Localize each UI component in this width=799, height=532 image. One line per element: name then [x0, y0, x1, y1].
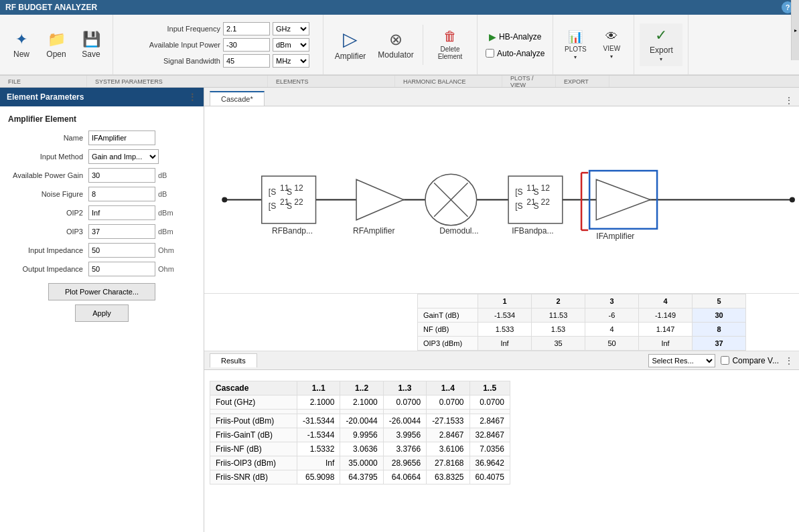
amplifier-button[interactable]: ▷ Amplifier — [329, 23, 372, 66]
svg-point-1 — [222, 197, 227, 202]
svg-text:IFAmplifier: IFAmplifier — [596, 232, 634, 241]
new-button[interactable]: ✦ New — [5, 25, 38, 65]
title-bar: RF BUDGET ANALYZER ? — [0, 0, 799, 15]
oip2-row: OIP2 dBm — [8, 205, 196, 220]
friis-oip3-row: Friis-OIP3 (dBm) Inf 35.0000 28.9656 27.… — [210, 456, 510, 470]
input-frequency-row: Input Frequency GHzMHz — [127, 22, 309, 35]
signal-bandwidth-row: Signal Bandwidth MHzGHz — [127, 54, 309, 68]
file-label: FILE — [0, 76, 87, 87]
friis-snr-row: Friis-SNR (dB) 65.9098 64.3795 64.0664 6… — [210, 470, 510, 484]
svg-text:RFBandp...: RFBandp... — [272, 226, 313, 236]
export-section: ✓ Export ▾ — [634, 15, 688, 74]
schematic-area: [S 11 S 12 [S 21 S 22 RFBandp... RFAmpli… — [204, 106, 799, 294]
nf-row: NF (dB) 1.533 1.53 4 1.147 8 — [418, 323, 746, 337]
plots-label: PLOTS / VIEW — [502, 76, 556, 87]
input-impedance-input[interactable] — [88, 243, 155, 258]
input-frequency-unit-select[interactable]: GHzMHz — [273, 22, 309, 35]
element-params-menu[interactable]: ⋮ — [188, 92, 197, 102]
delete-element-button[interactable]: 🗑 DeleteElement — [429, 23, 471, 66]
export-button[interactable]: ✓ Export ▾ — [640, 23, 682, 66]
open-button[interactable]: 📁 Open — [40, 25, 72, 65]
noise-figure-row: Noise Figure dB — [8, 187, 196, 201]
input-impedance-row: Input Impedance Ohm — [8, 243, 196, 258]
element-params-content: Amplifier Element Name Input Method Gain… — [0, 106, 204, 532]
view-icon: 👁 — [605, 29, 618, 43]
output-impedance-input[interactable] — [88, 262, 155, 276]
available-power-input[interactable] — [223, 38, 270, 52]
svg-text:[S: [S — [269, 187, 276, 197]
left-panel: Element Parameters ⋮ Amplifier Element N… — [0, 88, 204, 532]
svg-text:12: 12 — [294, 183, 303, 193]
avail-power-gain-row: Available Power Gain dB — [8, 168, 196, 183]
results-menu[interactable]: ⋮ — [784, 355, 794, 366]
compare-v-label: Compare V... — [721, 356, 779, 365]
svg-text:S: S — [287, 187, 292, 197]
amplifier-element-title: Amplifier Element — [8, 114, 196, 124]
auto-analyze-button[interactable]: Auto-Analyze — [483, 48, 547, 60]
oip3-row: OIP3 dBm — [8, 224, 196, 239]
friis-gaint-row: Friis-GainT (dB) -1.5344 9.9956 3.9956 2… — [210, 428, 510, 442]
apply-button[interactable]: Apply — [75, 304, 129, 322]
plots-view-section: 📊 PLOTS ▾ 👁 VIEW ▾ — [553, 15, 634, 74]
toolbar-scroll[interactable]: ▸ — [791, 0, 799, 60]
results-tab-bar: Results Select Res... Compare V... ⋮ — [204, 351, 799, 370]
cascade-menu[interactable]: ⋮ — [784, 95, 794, 106]
svg-text:[S: [S — [515, 187, 522, 197]
file-section: ✦ New 📁 Open 💾 Save — [0, 15, 113, 74]
results-tab[interactable]: Results — [210, 353, 257, 367]
oip2-input[interactable] — [88, 205, 155, 220]
view-button[interactable]: 👁 VIEW ▾ — [595, 23, 628, 66]
select-results-dropdown[interactable]: Select Res... — [648, 354, 715, 367]
save-button[interactable]: 💾 Save — [75, 25, 107, 65]
cascade-tab[interactable]: Cascade* — [210, 91, 265, 106]
svg-text:RFAmplifier: RFAmplifier — [353, 226, 395, 236]
input-method-select[interactable]: Gain and Imp... — [88, 149, 159, 164]
export-label: EXPORT — [556, 76, 609, 87]
modulator-button[interactable]: ⊗ Modulator — [374, 23, 417, 66]
elements-label: ELEMENTS — [268, 76, 395, 87]
app-title: RF BUDGET ANALYZER — [5, 3, 97, 12]
hb-analyze-button[interactable]: ▶ HB-Analyze — [486, 30, 544, 43]
input-method-row: Input Method Gain and Imp... — [8, 149, 196, 164]
results-area: Results Select Res... Compare V... ⋮ — [204, 351, 799, 532]
system-params-section: Input Frequency GHzMHz Available Input P… — [113, 15, 323, 74]
friis-pout-row: Friis-Pout (dBm) -31.5344 -20.0044 -26.0… — [210, 414, 510, 428]
results-controls: Select Res... Compare V... ⋮ — [648, 354, 799, 367]
plot-power-button[interactable]: Plot Power Characte... — [48, 283, 155, 300]
results-content: Cascade 1..1 1..2 1..3 1..4 1..5 Fout (G… — [204, 370, 799, 532]
svg-text:22: 22 — [541, 197, 551, 207]
element-params-header: Element Parameters ⋮ — [0, 88, 204, 106]
main-layout: Element Parameters ⋮ Amplifier Element N… — [0, 88, 799, 532]
available-power-row: Available Input Power dBm — [127, 38, 309, 52]
fout-row: Fout (GHz) 2.1000 2.1000 0.0700 0.0700 0… — [210, 395, 510, 410]
avail-power-gain-input[interactable] — [88, 168, 155, 183]
signal-bandwidth-input[interactable] — [223, 54, 270, 68]
plots-button[interactable]: 📊 PLOTS ▾ — [559, 23, 592, 66]
noise-figure-input[interactable] — [88, 187, 155, 201]
circuit-diagram: [S 11 S 12 [S 21 S 22 RFBandp... RFAmpli… — [204, 106, 799, 293]
available-power-unit-select[interactable]: dBm — [273, 38, 309, 52]
new-icon: ✦ — [15, 31, 27, 48]
right-panel: Cascade* ⋮ [S 11 S 12 [S 21 S — [204, 88, 799, 532]
svg-point-2 — [790, 197, 795, 202]
compare-v-checkbox[interactable] — [721, 356, 729, 365]
svg-text:S: S — [533, 187, 538, 197]
name-row: Name — [8, 130, 196, 145]
input-frequency-input[interactable] — [223, 22, 270, 35]
oip3-input[interactable] — [88, 224, 155, 239]
svg-marker-13 — [356, 179, 404, 220]
svg-text:S: S — [287, 201, 292, 211]
svg-text:22: 22 — [294, 197, 303, 207]
svg-text:12: 12 — [541, 183, 551, 193]
plots-icon: 📊 — [568, 29, 583, 44]
signal-bandwidth-unit-select[interactable]: MHzGHz — [273, 54, 309, 68]
export-icon: ✓ — [655, 27, 667, 44]
cascade-tab-bar: Cascade* ⋮ — [204, 88, 799, 106]
toolbar: ✦ New 📁 Open 💾 Save Input Frequency — [0, 15, 799, 88]
svg-text:IFBandpa...: IFBandpa... — [512, 226, 554, 236]
name-input[interactable] — [88, 130, 155, 145]
svg-marker-33 — [596, 179, 650, 220]
elements-section: ▷ Amplifier ⊗ Modulator 🗑 DeleteElement — [323, 15, 478, 74]
auto-analyze-checkbox[interactable] — [486, 49, 494, 58]
output-impedance-row: Output Impedance Ohm — [8, 262, 196, 276]
